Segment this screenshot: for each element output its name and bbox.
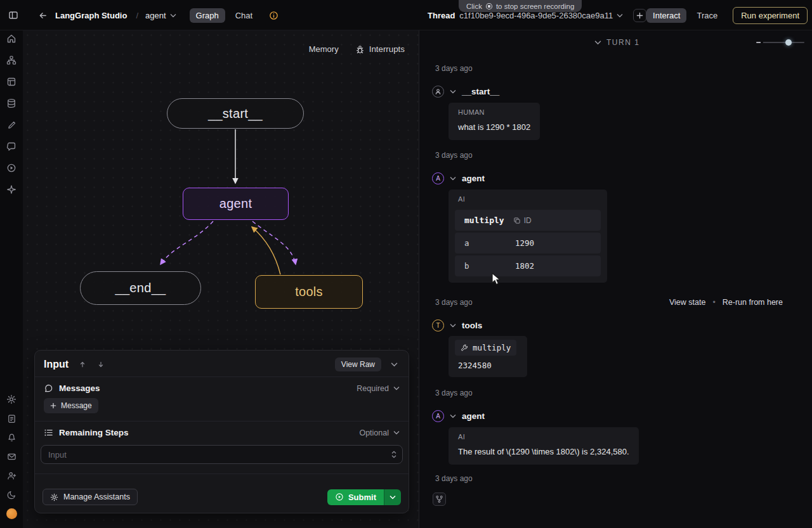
event-agent-answer-header[interactable]: A agent [432,410,812,422]
chevron-down-icon [594,40,601,45]
edge-tools-agent [252,227,280,274]
person-icon [435,88,442,95]
slider-thumb[interactable] [785,39,792,46]
mail-button[interactable] [3,448,20,465]
role-label: AI [458,433,629,441]
ai-message: The result of \(1290 \times 1802\) is 2,… [458,447,629,456]
timestamp: 3 days ago [435,474,812,483]
view-state-button[interactable]: View state [669,298,705,307]
breadcrumb-separator: / [136,11,138,20]
event-tools-header[interactable]: T tools [432,319,812,332]
messages-requirement: Required [357,384,389,393]
arg-key: b [464,261,515,271]
event-start-header[interactable]: __start__ [432,86,812,98]
notifications-button[interactable] [3,429,20,446]
moon-icon [7,490,16,499]
sidebar-toggle-button[interactable] [6,8,20,22]
copy-id-button[interactable]: ID [513,216,532,225]
node-start[interactable]: __start__ [167,98,304,129]
remaining-steps-requirement-select[interactable]: Optional [359,428,400,437]
turn-toggle[interactable]: TURN 1 [594,38,639,47]
node-end[interactable]: __end__ [80,271,201,305]
tab-graph[interactable]: Graph [190,8,225,23]
manage-assistants-button[interactable]: Manage Assistants [43,489,138,505]
sidebar-item-deployments[interactable] [3,74,20,90]
view-raw-button[interactable]: View Raw [335,357,381,371]
collapse-input-button[interactable] [388,359,400,370]
sidebar-item-playground[interactable] [3,160,20,176]
stop-recording-icon [485,3,493,10]
move-down-button[interactable] [95,359,107,370]
submit-label: Submit [348,493,376,502]
turn-actions: View state • Re-run from here [669,298,783,307]
rerun-from-here-button[interactable]: Re-run from here [723,298,783,307]
arrow-up-icon [79,361,86,368]
thread-panel: TURN 1 3 days ago __start__ HUMAN what i… [419,30,812,528]
trace-button[interactable]: Trace [690,8,724,23]
bullet-separator: • [712,298,715,307]
sidebar-item-comments[interactable] [3,138,20,155]
edge-agent-tools [252,221,296,264]
top-bar: LangGraph Studio / agent Graph Chat Thre… [0,0,812,30]
back-arrow-icon [38,11,48,20]
sidebar-item-tracing[interactable] [3,52,20,68]
graph-selector[interactable]: agent [145,11,176,20]
graph-canvas[interactable]: Memory Interrupts __start__ agent __end_… [23,30,419,528]
gear-icon [50,493,58,501]
node-agent[interactable]: agent [183,188,289,220]
remaining-steps-requirement: Optional [359,428,389,437]
settings-button[interactable] [3,391,20,408]
run-experiment-button[interactable]: Run experiment [733,7,808,24]
workflow-icon [6,55,16,65]
role-label: HUMAN [458,108,530,116]
interact-button[interactable]: Interact [646,8,686,23]
event-title: tools [462,321,482,330]
play-circle-icon [335,493,344,501]
app-title: LangGraph Studio [55,11,127,20]
sidebar-item-datasets[interactable] [3,95,20,112]
theme-toggle-button[interactable] [3,486,20,503]
interrupts-tab[interactable]: Interrupts [355,44,405,54]
new-thread-button[interactable] [633,9,646,22]
clipboard-icon [7,414,16,423]
remaining-steps-input[interactable] [41,445,403,464]
plus-icon [50,402,56,409]
turn-zoom-slider[interactable] [756,39,804,46]
event-agent-header[interactable]: A agent [432,172,812,184]
invite-button[interactable] [3,467,20,484]
messages-label: Messages [59,383,100,393]
chevron-down-icon [450,176,456,181]
messages-requirement-select[interactable]: Required [357,384,400,393]
chevron-down-icon [390,495,396,499]
timestamp: 3 days ago [435,151,812,160]
fork-icon [435,495,443,503]
profile-button[interactable] [3,505,20,522]
move-up-button[interactable] [77,359,88,370]
user-plus-icon [7,471,16,480]
start-message-block: HUMAN what is 1290 * 1802 [449,103,540,140]
submit-button[interactable]: Submit [327,489,384,505]
message-bubble-icon [44,383,53,393]
stepper-icon[interactable] [390,450,398,459]
submit-options-button[interactable] [384,489,401,505]
node-tools[interactable]: tools [255,275,363,309]
sidebar-item-annotate[interactable] [3,117,20,133]
back-button[interactable] [36,8,49,22]
sidebar-item-assistants[interactable] [3,181,20,198]
docs-button[interactable] [3,410,20,427]
input-panel-title: Input [44,359,69,370]
sidebar-item-home[interactable] [3,30,20,47]
role-label: AI [458,195,598,203]
memory-tab[interactable]: Memory [309,44,339,54]
toolcall-header-row: multiply ID [455,210,601,231]
fork-thread-button[interactable] [433,493,446,506]
event-title: __start__ [462,87,499,96]
input-panel: Input View Raw Messages Required [34,350,409,513]
info-button[interactable] [266,8,280,22]
interrupts-label: Interrupts [369,44,405,54]
tab-chat[interactable]: Chat [229,8,259,23]
add-message-button[interactable]: Message [44,398,98,413]
event-title: agent [462,174,485,183]
chevron-down-icon [450,414,456,418]
tooltip-suffix: to stop screen recording [496,3,574,10]
